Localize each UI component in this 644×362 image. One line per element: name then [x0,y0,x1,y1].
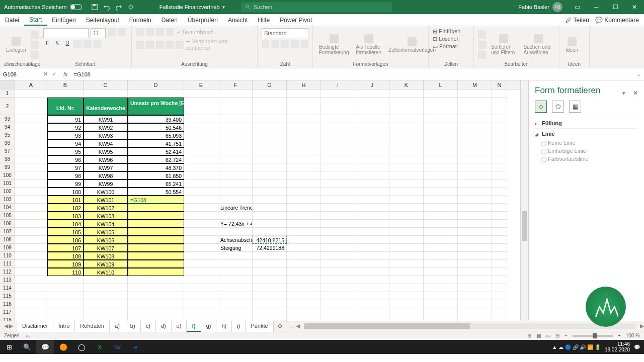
sheet-tab-Intro[interactable]: Intro [53,321,75,332]
row-header[interactable]: 100 [0,171,15,179]
row-header[interactable]: 117 [0,308,15,316]
search-input[interactable] [254,4,388,10]
align-top-icon[interactable] [136,28,144,36]
fill-section[interactable]: Füllung [535,118,638,128]
sheet-tab-Rohdaten[interactable]: Rohdaten [75,321,110,332]
gradient-line-radio[interactable]: Farbverlaufslinie [535,155,638,163]
col-header-B[interactable]: B [47,80,84,89]
percent-icon[interactable] [271,40,279,48]
tab-power pivot[interactable]: Power Pivot [275,14,317,26]
zoom-in-icon[interactable]: + [618,333,621,338]
sheet-tab-a)[interactable]: a) [110,321,125,332]
size-tab-icon[interactable]: ▦ [569,101,581,113]
row-header[interactable]: 95 [0,131,15,139]
start-button[interactable]: ⊞ [0,340,18,354]
add-sheet-button[interactable]: ⊕ [274,323,286,329]
excel-taskbar-icon[interactable]: X [91,340,109,354]
row-header[interactable]: 93 [0,115,15,123]
normal-view-icon[interactable]: ▦ [536,333,541,338]
underline-button[interactable]: U [63,40,71,48]
col-header-D[interactable]: D [128,80,184,89]
fill-icon[interactable] [478,41,486,49]
row-header[interactable]: 110 [0,252,15,260]
comma-icon[interactable] [281,40,289,48]
zoom-level[interactable]: 100 % [626,333,640,338]
bold-button[interactable]: F [43,40,51,48]
grow-font-icon[interactable] [108,28,116,36]
row-header[interactable]: 113 [0,276,15,284]
sheet-tab-c)[interactable]: c) [141,321,156,332]
sheet-tab-f)[interactable]: f) [187,321,201,332]
merge-button[interactable]: ⬌ Verbinden und zentrieren [186,38,253,51]
clear-icon[interactable] [478,51,486,59]
delete-cells-button[interactable]: ⊟ Löschen [433,36,469,42]
touch-icon[interactable] [127,4,134,11]
autosum-icon[interactable] [478,31,486,39]
col-header-A[interactable]: A [15,80,47,89]
hscroll-right-icon[interactable]: ▶ [640,323,644,329]
app-1-icon[interactable]: 💬 [36,340,54,354]
font-color-icon[interactable] [94,40,102,48]
inc-indent-icon[interactable] [176,41,184,49]
row-header[interactable]: 98 [0,155,15,163]
row-header[interactable]: 105 [0,212,15,220]
row-header[interactable]: 94 [0,123,15,131]
sheet-tab-g)[interactable]: g) [201,321,217,332]
comments-button[interactable]: 💬 Kommentare [595,17,639,24]
close-icon[interactable]: ✕ [625,0,644,14]
row-header[interactable]: 106 [0,220,15,228]
search-bar[interactable] [241,2,392,12]
orientation-icon[interactable] [166,28,174,36]
solid-line-radio[interactable]: Einfarbige Linie [535,147,638,155]
macro-record-icon[interactable]: ▭ [26,333,30,338]
undo-icon[interactable] [103,4,110,11]
notifications-icon[interactable]: 💬 [634,344,640,350]
no-line-radio[interactable]: Keine Linie [535,139,638,147]
word-taskbar-icon[interactable]: W [109,340,127,354]
display-settings-icon[interactable]: ⊞ [527,333,531,338]
sheet-tab-Disclaimer[interactable]: Disclaimer [17,321,53,332]
sheet-tab-Punkte[interactable]: Punkte [246,321,273,332]
minimize-icon[interactable]: ─ [587,0,606,14]
tab-einfügen[interactable]: Einfügen [47,14,80,26]
sort-filter-button[interactable]: Sortieren und Filtern [489,33,519,56]
horizontal-scrollbar[interactable] [304,323,636,329]
row-header[interactable]: 108 [0,236,15,244]
row-header[interactable]: 101 [0,179,15,188]
fx-icon[interactable]: fx [60,71,71,77]
tab-überprüfen[interactable]: Überprüfen [183,14,223,26]
app-2-icon[interactable]: 🟠 [54,340,72,354]
row-header[interactable]: 103 [0,196,15,204]
row-header[interactable]: 107 [0,228,15,236]
page-layout-icon[interactable]: ▭ [546,333,550,338]
tab-nav-prev-icon[interactable]: ◀ [4,323,8,329]
dec-decimal-icon[interactable] [301,40,308,48]
row-header[interactable]: 111 [0,260,15,268]
col-header-J[interactable]: J [355,80,389,89]
pane-options-icon[interactable]: ▼ [621,90,626,96]
vertical-scrollbar[interactable] [520,80,528,321]
sheet-tab-h)[interactable]: h) [216,321,232,332]
format-cells-button[interactable]: ▭ Format [433,43,469,50]
expand-formula-icon[interactable]: ⌄ [633,71,644,77]
sheet-tab-i)[interactable]: i) [232,321,246,332]
col-header-E[interactable]: E [184,80,218,89]
col-header-I[interactable]: I [321,80,355,89]
borders-icon[interactable] [73,40,82,48]
align-left-icon[interactable] [136,41,144,49]
align-bot-icon[interactable] [156,28,164,36]
zoom-slider[interactable] [573,335,613,337]
page-break-icon[interactable]: ⊟ [555,333,559,338]
row-header[interactable]: 115 [0,292,15,300]
col-header-H[interactable]: H [287,80,321,89]
worksheet[interactable]: ABCDEFGHIJKLMN 12Lfd. Nr.KalenderwocheUm… [0,80,520,321]
shrink-font-icon[interactable] [118,28,126,36]
format-painter-icon[interactable] [31,51,39,59]
tab-nav-next-icon[interactable]: ▶ [9,323,13,329]
redo-icon[interactable] [115,4,122,11]
enter-formula-icon[interactable]: ✓ [52,71,56,77]
inc-decimal-icon[interactable] [291,40,298,48]
sheet-tab-b)[interactable]: b) [125,321,141,332]
align-center-icon[interactable] [146,41,154,49]
row-header[interactable]: 2 [0,98,15,115]
